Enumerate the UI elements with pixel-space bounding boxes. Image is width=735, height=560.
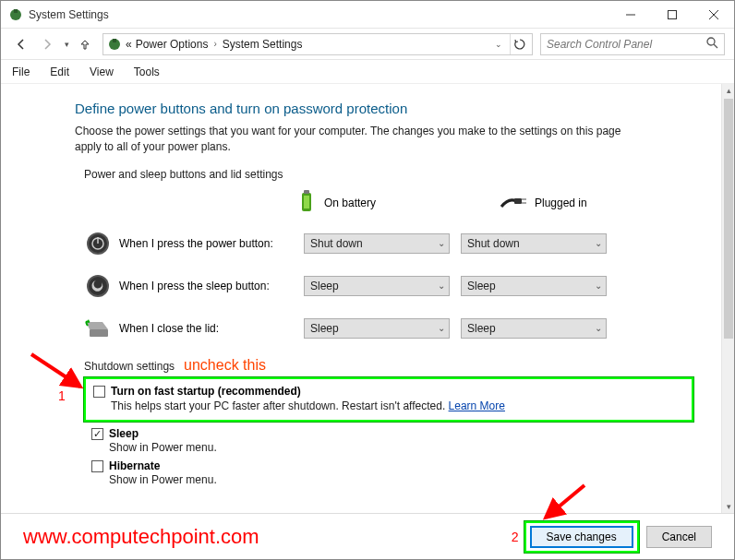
chevron-down-icon: ⌄ bbox=[438, 280, 445, 291]
breadcrumb-sep-icon: › bbox=[213, 39, 216, 49]
section-power-sleep-label: Power and sleep buttons and lid settings bbox=[84, 168, 721, 181]
svg-rect-7 bbox=[113, 39, 116, 42]
annotation-highlight-save: Save changes bbox=[524, 521, 639, 553]
select-power-battery[interactable]: Shut down⌄ bbox=[304, 233, 450, 254]
svg-rect-12 bbox=[304, 196, 309, 209]
maximize-button[interactable] bbox=[651, 1, 693, 29]
chevron-down-icon: ⌄ bbox=[595, 323, 602, 333]
scroll-down-icon[interactable]: ▾ bbox=[722, 500, 735, 513]
col-on-battery: On battery bbox=[296, 190, 444, 217]
row-power-label: When I press the power button: bbox=[119, 237, 304, 250]
checkbox-hibernate[interactable] bbox=[91, 460, 103, 472]
shutdown-settings-label: Shutdown settings bbox=[84, 360, 175, 373]
address-dropdown-button[interactable]: ⌄ bbox=[489, 34, 508, 54]
window-titlebar: System Settings bbox=[1, 1, 734, 29]
select-lid-plugged[interactable]: Sleep⌄ bbox=[461, 318, 607, 339]
col-plugged-in: Plugged in bbox=[500, 194, 647, 213]
hibernate-option-desc: Show in Power menu. bbox=[109, 473, 721, 486]
svg-rect-1 bbox=[14, 9, 18, 13]
svg-line-9 bbox=[714, 44, 717, 48]
app-icon bbox=[8, 7, 23, 22]
page-intro: Choose the power settings that you want … bbox=[75, 124, 629, 155]
vertical-scrollbar[interactable]: ▴ ▾ bbox=[721, 84, 734, 513]
col-plugged-label: Plugged in bbox=[535, 197, 587, 209]
fast-startup-label: Turn on fast startup (recommended) bbox=[111, 385, 301, 398]
row-sleep-button: When I press the sleep button: Sleep⌄ Sl… bbox=[84, 272, 721, 300]
annotation-number-1: 1 bbox=[58, 388, 66, 403]
refresh-button[interactable] bbox=[510, 34, 528, 54]
page-heading: Define power buttons and turn on passwor… bbox=[75, 101, 721, 116]
power-button-icon bbox=[84, 230, 112, 257]
breadcrumb-power-options[interactable]: Power Options bbox=[136, 38, 209, 51]
row-close-lid: When I close the lid: Sleep⌄ Sleep⌄ bbox=[84, 315, 721, 342]
learn-more-link[interactable]: Learn More bbox=[449, 399, 505, 412]
svg-rect-22 bbox=[90, 329, 108, 337]
window-title: System Settings bbox=[29, 8, 609, 21]
fast-startup-desc: This helps start your PC faster after sh… bbox=[111, 399, 682, 412]
cancel-button[interactable]: Cancel bbox=[646, 526, 712, 548]
sleep-button-icon bbox=[84, 272, 112, 300]
search-icon bbox=[706, 37, 718, 52]
annotation-uncheck: uncheck this bbox=[184, 357, 266, 374]
svg-point-21 bbox=[89, 277, 107, 295]
select-lid-battery[interactable]: Sleep⌄ bbox=[304, 318, 450, 339]
svg-point-8 bbox=[707, 38, 715, 45]
hibernate-option-label: Hibernate bbox=[109, 459, 160, 472]
annotation-highlight-fast-startup: Turn on fast startup (recommended) This … bbox=[84, 377, 693, 422]
col-battery-label: On battery bbox=[324, 197, 376, 209]
column-headers: On battery Plugged in bbox=[296, 190, 721, 217]
select-sleep-battery[interactable]: Sleep⌄ bbox=[304, 276, 450, 296]
svg-rect-13 bbox=[514, 198, 522, 204]
menu-tools[interactable]: Tools bbox=[130, 63, 163, 81]
search-input[interactable] bbox=[547, 38, 706, 51]
content-area: Define power buttons and turn on passwor… bbox=[1, 84, 721, 513]
battery-icon bbox=[296, 190, 317, 217]
shutdown-settings-heading: Shutdown settings uncheck this bbox=[84, 357, 721, 374]
scroll-up-icon[interactable]: ▴ bbox=[722, 84, 735, 97]
watermark-text: www.computechpoint.com bbox=[23, 525, 512, 549]
menu-edit[interactable]: Edit bbox=[46, 63, 73, 81]
navigation-bar: ▾ « Power Options › System Settings ⌄ bbox=[1, 29, 734, 60]
option-sleep: Sleep Show in Power menu. bbox=[91, 427, 721, 454]
breadcrumb-prefix: « bbox=[126, 38, 132, 51]
location-icon bbox=[107, 37, 122, 52]
search-box[interactable] bbox=[540, 33, 725, 55]
select-sleep-plugged[interactable]: Sleep⌄ bbox=[461, 276, 607, 296]
chevron-down-icon: ⌄ bbox=[595, 280, 602, 291]
lid-icon bbox=[84, 315, 112, 342]
menu-file[interactable]: File bbox=[8, 63, 33, 81]
row-power-button: When I press the power button: Shut down… bbox=[84, 230, 721, 257]
breadcrumb-system-settings[interactable]: System Settings bbox=[223, 38, 303, 51]
address-bar[interactable]: « Power Options › System Settings ⌄ bbox=[102, 33, 533, 55]
plug-icon bbox=[500, 194, 527, 213]
save-changes-button[interactable]: Save changes bbox=[530, 526, 633, 548]
sleep-option-label: Sleep bbox=[109, 427, 139, 440]
menu-view[interactable]: View bbox=[86, 63, 117, 81]
row-sleep-label: When I press the sleep button: bbox=[119, 280, 304, 292]
svg-rect-11 bbox=[304, 190, 309, 194]
footer-bar: www.computechpoint.com 2 Save changes Ca… bbox=[1, 513, 734, 559]
chevron-down-icon: ⌄ bbox=[438, 323, 445, 333]
sleep-option-desc: Show in Power menu. bbox=[109, 441, 721, 454]
up-button[interactable] bbox=[75, 34, 95, 54]
row-lid-label: When I close the lid: bbox=[119, 322, 304, 335]
annotation-number-2: 2 bbox=[512, 530, 519, 544]
chevron-down-icon: ⌄ bbox=[595, 238, 602, 248]
svg-rect-3 bbox=[668, 10, 676, 18]
history-dropdown[interactable]: ▾ bbox=[62, 40, 71, 49]
forward-button[interactable] bbox=[36, 33, 58, 55]
option-hibernate: Hibernate Show in Power menu. bbox=[91, 459, 721, 486]
scrollbar-thumb[interactable] bbox=[724, 99, 733, 339]
chevron-down-icon: ⌄ bbox=[438, 238, 445, 248]
back-button[interactable] bbox=[10, 33, 32, 55]
menu-bar: File Edit View Tools bbox=[1, 60, 734, 84]
checkbox-fast-startup[interactable] bbox=[93, 386, 105, 398]
select-power-plugged[interactable]: Shut down⌄ bbox=[461, 233, 607, 254]
minimize-button[interactable] bbox=[609, 1, 651, 29]
close-button[interactable] bbox=[693, 1, 734, 29]
checkbox-sleep[interactable] bbox=[91, 428, 103, 440]
